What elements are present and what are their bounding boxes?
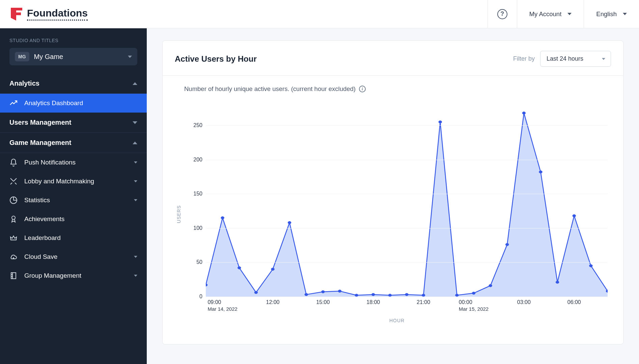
chevron-down-icon — [623, 13, 627, 15]
medal-icon — [9, 215, 18, 223]
sidebar: STUDIO AND TITLES MG My Game Analytics A… — [0, 28, 147, 364]
topbar-right: ? My Account English — [488, 0, 639, 28]
nav-label: Analytics Dashboard — [24, 99, 83, 107]
svg-point-26 — [606, 290, 608, 293]
x-tick: 03:00 — [517, 297, 531, 305]
x-tick: 09:00Mar 14, 2022 — [207, 297, 237, 312]
bell-icon — [9, 158, 18, 166]
nav-leaderboard[interactable]: Leaderboard — [0, 229, 147, 247]
nav-lobby-matchmaking[interactable]: Lobby and Matchmaking — [0, 172, 147, 191]
section-analytics[interactable]: Analytics — [0, 73, 147, 94]
flag-icon — [9, 272, 18, 280]
svg-point-3 — [221, 217, 224, 219]
brand-name: Foundations — [27, 7, 88, 21]
nav-label: Achievements — [24, 215, 64, 223]
swords-icon — [9, 177, 18, 185]
svg-point-24 — [573, 214, 576, 217]
chevron-down-icon — [602, 58, 605, 60]
svg-point-10 — [338, 290, 341, 293]
svg-point-11 — [355, 294, 358, 297]
svg-point-25 — [589, 265, 593, 267]
info-icon[interactable]: i — [359, 86, 366, 92]
y-tick: 0 — [199, 294, 202, 300]
main-content: Active Users by Hour Filter by Last 24 h… — [147, 28, 639, 364]
nav-label: Cloud Save — [24, 253, 57, 261]
svg-point-15 — [422, 294, 425, 297]
card-title: Active Users by Hour — [175, 54, 257, 64]
chevron-up-icon — [133, 82, 137, 85]
svg-point-23 — [556, 281, 559, 284]
card-header: Active Users by Hour Filter by Last 24 h… — [163, 41, 623, 76]
nav-analytics-dashboard[interactable]: Analytics Dashboard — [0, 94, 147, 113]
game-badge: MG — [15, 52, 29, 61]
nav-push-notifications[interactable]: Push Notifications — [0, 153, 147, 172]
svg-point-7 — [288, 221, 291, 224]
nav-label: Statistics — [24, 196, 50, 204]
section-game-management[interactable]: Game Management — [0, 133, 147, 153]
nav-achievements[interactable]: Achievements — [0, 210, 147, 229]
chevron-down-icon — [133, 121, 137, 124]
x-tick: 12:00 — [266, 297, 279, 305]
section-title: Users Management — [9, 119, 71, 126]
y-tick: 100 — [193, 225, 202, 231]
nav-label: Lobby and Matchmaking — [24, 178, 94, 185]
chevron-down-icon — [134, 199, 137, 201]
section-title: Game Management — [9, 139, 71, 147]
nav-label: Leaderboard — [24, 234, 61, 242]
caption-text: Number of hourly unique active users. (c… — [184, 85, 356, 93]
account-label: My Account — [529, 10, 562, 18]
trend-up-icon — [9, 99, 18, 107]
help-icon: ? — [497, 9, 507, 19]
svg-rect-1 — [11, 273, 16, 279]
svg-point-18 — [472, 292, 475, 295]
language-label: English — [596, 10, 617, 18]
help-button[interactable]: ? — [488, 0, 517, 28]
x-tick: 06:00 — [567, 297, 581, 305]
chevron-down-icon — [567, 13, 572, 15]
svg-point-14 — [405, 293, 409, 296]
nav-group-management[interactable]: Group Management — [0, 266, 147, 285]
game-selector[interactable]: MG My Game — [9, 48, 137, 65]
crown-icon — [9, 234, 18, 242]
svg-point-22 — [539, 171, 543, 173]
nav-statistics[interactable]: Statistics — [0, 191, 147, 210]
cloud-sync-icon — [9, 253, 18, 261]
chevron-down-icon — [134, 161, 137, 163]
nav-cloud-save[interactable]: Cloud Save — [0, 247, 147, 266]
language-menu[interactable]: English — [584, 0, 639, 28]
chevron-up-icon — [133, 142, 137, 144]
svg-point-21 — [522, 112, 526, 115]
section-users-management[interactable]: Users Management — [0, 113, 147, 133]
y-tick: 150 — [193, 191, 202, 197]
pie-chart-icon — [9, 196, 18, 204]
account-menu[interactable]: My Account — [517, 0, 584, 28]
x-tick: 15:00 — [316, 297, 330, 305]
svg-point-6 — [271, 268, 275, 271]
brand: Foundations — [11, 7, 88, 21]
nav-label: Push Notifications — [24, 159, 76, 166]
svg-point-13 — [388, 294, 392, 297]
sidebar-section-label: STUDIO AND TITLES — [0, 38, 147, 48]
svg-point-8 — [305, 293, 308, 296]
card-body: Number of hourly unique active users. (c… — [163, 76, 623, 344]
y-tick: 50 — [196, 259, 202, 265]
filter-select[interactable]: Last 24 hours — [540, 51, 611, 67]
topbar: Foundations ? My Account English — [0, 0, 639, 28]
y-tick: 250 — [193, 122, 202, 128]
filter-group: Filter by Last 24 hours — [513, 51, 611, 67]
svg-point-5 — [254, 291, 258, 294]
svg-point-4 — [238, 267, 241, 269]
chevron-down-icon — [134, 275, 137, 277]
chevron-down-icon — [128, 56, 132, 58]
svg-point-0 — [12, 216, 15, 219]
brand-logo-icon — [11, 8, 22, 21]
svg-point-9 — [322, 291, 325, 293]
svg-point-20 — [505, 243, 509, 246]
svg-point-12 — [371, 293, 375, 296]
svg-point-16 — [439, 121, 442, 123]
x-tick: 00:00Mar 15, 2022 — [459, 297, 489, 312]
filter-value: Last 24 hours — [547, 55, 583, 62]
svg-point-2 — [206, 284, 207, 286]
x-axis-title: HOUR — [389, 318, 405, 323]
active-users-card: Active Users by Hour Filter by Last 24 h… — [162, 40, 623, 344]
